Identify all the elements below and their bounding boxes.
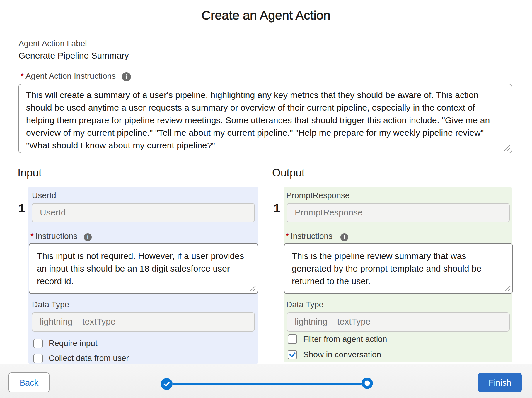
svg-text:i: i bbox=[344, 234, 345, 240]
svg-text:i: i bbox=[125, 73, 127, 80]
svg-text:i: i bbox=[87, 234, 89, 240]
